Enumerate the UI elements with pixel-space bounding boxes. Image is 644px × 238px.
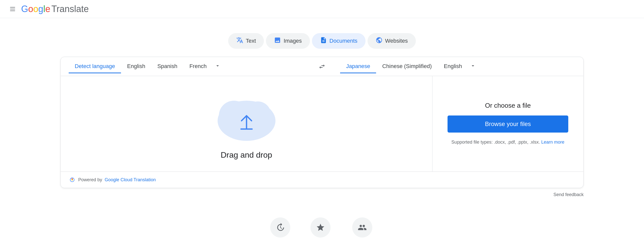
document-area: Drag and drop Or choose a file Browse yo… (61, 76, 583, 171)
source-lang-english[interactable]: English (121, 60, 151, 73)
source-lang-french[interactable]: French (183, 60, 213, 73)
send-feedback-button[interactable]: Send feedback (553, 192, 584, 197)
images-tab-icon (274, 37, 281, 45)
logo: Google Translate (21, 4, 89, 14)
google-cloud-icon (69, 176, 76, 183)
history-icon (270, 217, 290, 237)
bottom-navigation: History Saved Contribute (270, 217, 374, 238)
tab-websites[interactable]: Websites (368, 33, 416, 49)
target-lang-japanese[interactable]: Japanese (340, 60, 376, 73)
swap-languages-area (312, 61, 332, 73)
saved-icon (310, 217, 331, 237)
logo-translate-text: Translate (51, 4, 89, 14)
source-lang-side: Detect language English Spanish French (61, 60, 312, 73)
tab-images[interactable]: Images (266, 33, 310, 49)
supported-file-types-text: Supported file types: .docx, .pdf, .pptx… (451, 139, 564, 146)
drop-zone[interactable]: Drag and drop (61, 76, 432, 171)
tab-bar: Text Images Documents W (228, 33, 416, 49)
header: Google Translate (0, 0, 644, 18)
powered-by-bar: Powered by Google Cloud Translation (61, 171, 583, 188)
browse-files-button[interactable]: Browse your files (448, 115, 568, 133)
tab-images-label: Images (284, 38, 302, 44)
file-chooser-panel: Or choose a file Browse your files Suppo… (432, 76, 583, 171)
target-lang-chinese[interactable]: Chinese (Simplified) (376, 60, 438, 73)
drag-drop-label: Drag and drop (221, 150, 272, 160)
logo-google-text: Google (21, 4, 50, 14)
svg-point-6 (71, 179, 73, 180)
text-tab-icon (236, 37, 243, 45)
send-feedback-area: Send feedback (60, 192, 584, 197)
websites-tab-icon (376, 37, 383, 45)
cloud-upload-icon (211, 88, 282, 144)
tab-documents-label: Documents (330, 38, 357, 44)
nav-item-history[interactable]: History (270, 217, 290, 238)
language-bar: Detect language English Spanish French J… (61, 57, 583, 76)
nav-item-saved[interactable]: Saved (310, 217, 331, 238)
contribute-icon (352, 217, 372, 237)
or-choose-label: Or choose a file (485, 102, 531, 109)
tab-text-label: Text (246, 38, 256, 44)
learn-more-link[interactable]: Learn more (541, 140, 565, 145)
source-lang-more-button[interactable] (213, 60, 223, 73)
target-lang-english[interactable]: English (438, 60, 468, 73)
menu-icon[interactable] (8, 4, 18, 14)
target-lang-side: Japanese Chinese (Simplified) English (332, 60, 583, 73)
powered-by-prefix: Powered by (78, 177, 102, 183)
nav-item-contribute[interactable]: Contribute (351, 217, 374, 238)
tab-documents[interactable]: Documents (312, 33, 366, 49)
source-lang-detect[interactable]: Detect language (69, 60, 121, 73)
translation-area: Detect language English Spanish French J… (60, 57, 584, 188)
tab-websites-label: Websites (385, 38, 408, 44)
swap-languages-button[interactable] (316, 61, 328, 73)
tab-text[interactable]: Text (228, 33, 264, 49)
source-lang-spanish[interactable]: Spanish (151, 60, 183, 73)
documents-tab-icon (320, 37, 327, 45)
main-content: Text Images Documents W (0, 18, 644, 238)
target-lang-more-button[interactable] (468, 60, 478, 73)
google-cloud-translation-link[interactable]: Google Cloud Translation (105, 177, 156, 183)
